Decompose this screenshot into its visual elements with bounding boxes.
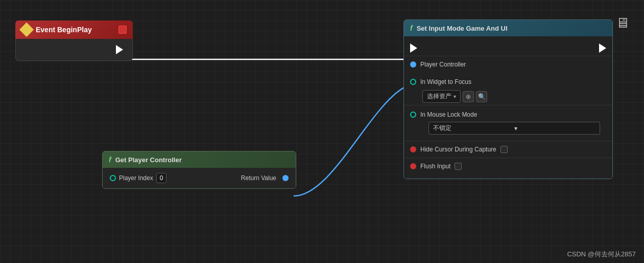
get-player-node-title: Get Player Controller bbox=[115, 156, 182, 164]
flush-input-label: Flush Input bbox=[420, 163, 450, 170]
navigate-icon: ⊕ bbox=[466, 93, 471, 100]
func-icon: f bbox=[109, 156, 111, 164]
in-widget-label: In Widget to Focus bbox=[420, 78, 471, 85]
exec-output-pin[interactable] bbox=[116, 45, 124, 54]
in-widget-row: In Widget to Focus bbox=[404, 73, 612, 89]
mouse-lock-label: In Mouse Lock Mode bbox=[420, 111, 477, 118]
hide-cursor-checkbox[interactable] bbox=[500, 146, 508, 153]
hide-cursor-row: Hide Cursor During Capture bbox=[404, 141, 612, 158]
search-icon: 🔍 bbox=[478, 93, 486, 100]
event-node-title: Event BeginPlay bbox=[36, 26, 114, 34]
search-icon-btn[interactable]: 🔍 bbox=[476, 91, 487, 102]
exec-output-pin-right[interactable] bbox=[599, 43, 606, 53]
set-input-node-title: Set Input Mode Game And UI bbox=[417, 25, 508, 32]
get-player-node-body: Player Index 0 Return Value bbox=[103, 168, 296, 188]
flush-input-row: Flush Input bbox=[404, 158, 612, 174]
set-input-node-body: Player Controller In Widget to Focus 选择资… bbox=[404, 36, 612, 179]
widget-asset-dropdown[interactable]: 选择资产 ▾ bbox=[422, 90, 461, 103]
event-node-header: Event BeginPlay bbox=[15, 20, 133, 39]
lock-mode-dropdown-wrapper: 不锁定 ▾ bbox=[404, 122, 612, 141]
lock-chevron-icon: ▾ bbox=[514, 125, 595, 132]
watermark: CSDN @何去何从2857 bbox=[567, 250, 636, 259]
player-controller-row: Player Controller bbox=[404, 56, 612, 73]
mouse-lock-row: In Mouse Lock Mode bbox=[404, 105, 612, 122]
widget-dropdown-row: 选择资产 ▾ ⊕ 🔍 bbox=[416, 90, 612, 103]
diamond-icon bbox=[19, 23, 34, 37]
return-value-pin[interactable] bbox=[282, 175, 289, 181]
set-input-node-header: f Set Input Mode Game And UI bbox=[404, 20, 612, 36]
flush-input-checkbox[interactable] bbox=[455, 163, 462, 170]
monitor-icon: 🖥 bbox=[615, 14, 630, 31]
get-player-controller-node: f Get Player Controller Player Index 0 R… bbox=[102, 151, 296, 189]
player-index-pin[interactable] bbox=[110, 175, 116, 181]
hide-cursor-pin[interactable] bbox=[410, 146, 416, 152]
in-widget-pin[interactable] bbox=[410, 79, 416, 85]
player-index-row: Player Index 0 bbox=[110, 173, 166, 183]
player-index-value[interactable]: 0 bbox=[156, 173, 167, 183]
return-value-label: Return Value bbox=[241, 174, 276, 182]
mouse-lock-pin[interactable] bbox=[410, 112, 416, 118]
lock-mode-value: 不锁定 bbox=[433, 124, 514, 133]
chevron-down-icon: ▾ bbox=[454, 94, 456, 99]
exec-input-pin[interactable] bbox=[410, 43, 417, 53]
lock-mode-dropdown[interactable]: 不锁定 ▾ bbox=[428, 122, 600, 135]
event-beginplay-node: Event BeginPlay bbox=[15, 20, 133, 61]
player-index-label: Player Index bbox=[119, 174, 153, 182]
set-input-func-icon: f bbox=[410, 24, 413, 32]
widget-placeholder: 选择资产 bbox=[427, 92, 451, 101]
event-node-close[interactable] bbox=[118, 26, 127, 34]
set-input-mode-node: f Set Input Mode Game And UI Player Cont… bbox=[403, 19, 613, 179]
player-controller-pin[interactable] bbox=[410, 61, 416, 68]
event-node-body bbox=[15, 39, 133, 61]
hide-cursor-label: Hide Cursor During Capture bbox=[420, 146, 496, 153]
navigate-icon-btn[interactable]: ⊕ bbox=[463, 91, 474, 102]
player-controller-label: Player Controller bbox=[420, 61, 466, 68]
get-player-node-header: f Get Player Controller bbox=[103, 151, 296, 168]
exec-row bbox=[404, 40, 612, 56]
return-value-row: Return Value bbox=[241, 174, 289, 182]
flush-input-pin[interactable] bbox=[410, 163, 416, 169]
